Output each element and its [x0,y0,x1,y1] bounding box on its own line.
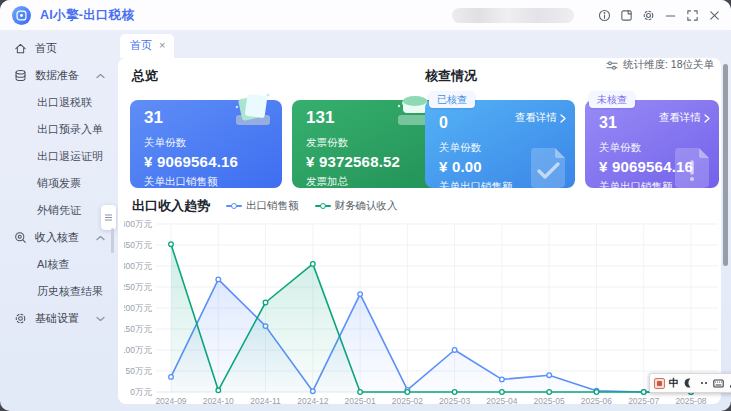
svg-text:2024-09: 2024-09 [155,396,186,404]
chevron-up-icon [96,73,105,79]
overview-card-customs: 31 关单份数 ¥ 9069564.16 关单出口销售额 [130,100,282,188]
sidebar-group-data-prep[interactable]: 数据准备 [0,62,118,89]
sidebar-item-export-return-proof[interactable]: 出口退运证明 [0,143,118,170]
svg-text:2024-11: 2024-11 [250,396,281,404]
legend-line-marker-icon [315,202,331,211]
app-logo-icon [12,6,31,25]
tab-home-label: 首页 [130,38,152,53]
svg-text:50万元: 50万元 [126,366,153,376]
minimize-button[interactable] [664,9,677,22]
chevron-right-icon [704,114,710,123]
content-panel: 总览 31 关单份数 ¥ 9069564.16 关单出口销售额 [118,58,721,404]
svg-text:400万元: 400万元 [124,219,152,229]
verify-card-checked: 已核查 查看详情 0 关单份数 ¥ 0.00 关单出口销售额 [425,100,575,188]
sidebar-item-export-preentry[interactable]: 出口预录入单 [0,116,118,143]
sidebar-item-label: 首页 [35,41,57,56]
database-icon [13,69,27,83]
sidebar-scrollbar[interactable] [111,228,114,253]
svg-text:2024-12: 2024-12 [297,396,328,404]
sidebar-item-output-invoice[interactable]: 销项发票 [0,170,118,197]
svg-text:250万元: 250万元 [124,282,152,292]
svg-text:200万元: 200万元 [124,303,152,313]
changelog-icon[interactable] [620,9,633,22]
soft-keyboard-icon[interactable] [713,378,724,389]
main-area: 首页 × 总览 31 [118,30,731,411]
customs-amount-label: 关单出口销售额 [144,175,282,187]
close-button[interactable] [708,9,721,22]
svg-text:100万元: 100万元 [124,345,152,355]
unchecked-badge: 未核查 [589,91,635,108]
legend-finance-income[interactable]: 财务确认收入 [315,199,398,213]
invoice-amount-label: 发票加总 [306,175,444,187]
info-icon[interactable] [598,9,611,22]
ime-chinese-mode-label[interactable]: 中 [669,378,679,388]
sidebar: 首页 数据准备 出口退税联 出口预录入单 出口退运证明 销项发票 外销凭证 收 [0,30,118,411]
svg-text:2025-07: 2025-07 [628,396,659,404]
trend-line-chart: 0万元50万元100万元150万元200万元250万元300万元350万元400… [124,212,724,404]
svg-text:0万元: 0万元 [130,387,152,397]
overview-card-invoice: 131 发票份数 ¥ 9372568.52 发票加总 [292,100,444,188]
verification-heading: 核查情况 [425,67,477,85]
svg-text:350万元: 350万元 [124,240,152,250]
legend-export-sales[interactable]: 出口销售额 [226,199,299,213]
redacted-user-info [452,8,574,23]
sidebar-group-income-check[interactable]: 收入核查 [0,224,118,251]
invoice-amount: ¥ 9372568.52 [306,153,444,170]
search-check-icon [13,231,27,245]
gear-icon [13,312,27,326]
sidebar-item-home[interactable]: 首页 [0,35,118,62]
fullwidth-moon-icon[interactable] [683,378,694,389]
tab-home[interactable]: 首页 × [120,34,174,58]
titlebar-controls [452,8,721,23]
settings-gear-icon[interactable] [642,9,655,22]
svg-text:2025-04: 2025-04 [486,396,517,404]
svg-text:300万元: 300万元 [124,261,152,271]
app-window: AI小擎-出口税核 [0,0,731,411]
stat-dimension-value: 统计维度: 18位关单 [623,58,714,72]
view-details-link-unchecked[interactable]: 查看详情 [659,111,710,125]
svg-text:2025-01: 2025-01 [344,396,375,404]
view-details-link-checked[interactable]: 查看详情 [515,111,566,125]
checked-badge: 已核查 [429,91,475,108]
verify-card-unchecked: 未核查 查看详情 31 关单份数 ¥ 9069564.16 关单出口销售额 [585,100,719,188]
ime-logo-icon[interactable] [654,378,665,389]
svg-text:2025-05: 2025-05 [534,396,565,404]
stat-dimension-filter[interactable]: 统计维度: 18位关单 [606,58,714,72]
customs-amount: ¥ 9069564.16 [144,153,282,170]
doc-exclaim-watermark-icon [673,146,711,188]
customs-count-label: 关单份数 [144,136,282,148]
punctuation-icon[interactable] [698,378,709,389]
svg-text:2025-06: 2025-06 [581,396,612,404]
svg-text:150万元: 150万元 [124,324,152,334]
customs-docs-illustration-icon [228,87,276,133]
tab-close-icon[interactable]: × [159,40,165,51]
home-icon [13,42,27,56]
app-title: AI小擎-出口税核 [40,7,134,24]
tabbar: 首页 × [118,30,731,58]
sidebar-collapse-handle[interactable] [101,205,116,230]
sidebar-item-export-rebate[interactable]: 出口退税联 [0,89,118,116]
sidebar-item-ai-check[interactable]: AI核查 [0,251,118,278]
legend-line-marker-icon [226,202,242,211]
chevron-down-icon [96,316,105,322]
invoice-count-label: 发票份数 [306,136,444,148]
sidebar-group-basic-settings[interactable]: 基础设置 [0,305,118,332]
svg-text:2025-03: 2025-03 [439,396,470,404]
sidebar-item-history-results[interactable]: 历史核查结果 [0,278,118,305]
chevron-up-icon [96,235,105,241]
overview-heading: 总览 [132,67,158,85]
svg-text:2024-10: 2024-10 [203,396,234,404]
doc-check-watermark-icon [529,146,567,188]
ime-language-bar[interactable]: 中 [649,373,731,393]
maximize-button[interactable] [686,9,699,22]
main-scrollbar[interactable] [723,64,728,266]
svg-text:2025-02: 2025-02 [392,396,423,404]
svg-text:2025-08: 2025-08 [675,396,706,404]
titlebar: AI小擎-出口税核 [0,0,731,30]
filter-sliders-icon [606,60,618,71]
chevron-right-icon [560,114,566,123]
